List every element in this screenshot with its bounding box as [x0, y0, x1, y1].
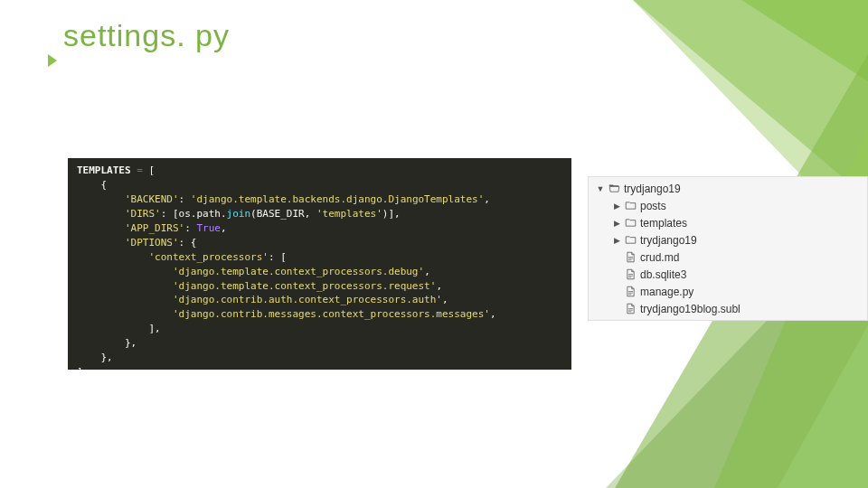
- file-icon: [624, 251, 637, 264]
- tree-arrow-icon: [612, 270, 621, 279]
- file-icon: [624, 303, 637, 315]
- folder-open-icon: [608, 183, 620, 195]
- code-variable: TEMPLATES: [77, 164, 131, 176]
- tree-item-templates[interactable]: templates: [589, 214, 867, 231]
- page-title: settings. py: [63, 18, 230, 53]
- tree-arrow-icon: [612, 253, 621, 262]
- tree-item-label: templates: [640, 217, 867, 230]
- tree-arrow-icon[interactable]: [612, 219, 621, 228]
- tree-arrow-icon[interactable]: [612, 236, 621, 245]
- title-arrow-icon: [48, 54, 61, 67]
- folder-closed-icon: [624, 200, 637, 212]
- tree-item-db-sqlite3[interactable]: db.sqlite3: [589, 266, 867, 283]
- tree-item-label: posts: [640, 200, 867, 212]
- tree-item-label: trydjango19blog.subl: [640, 303, 867, 315]
- tree-item-manage-py[interactable]: manage.py: [589, 283, 867, 300]
- tree-item-trydjango19blog-subl[interactable]: trydjango19blog.subl: [589, 300, 867, 317]
- tree-item-label: manage.py: [640, 286, 867, 298]
- tree-arrow-icon: [612, 287, 621, 296]
- tree-item-crud-md[interactable]: crud.md: [589, 249, 867, 266]
- folder-closed-icon: [624, 234, 637, 247]
- file-icon: [624, 286, 637, 298]
- file-tree-panel: trydjango19poststemplatestrydjango19crud…: [588, 176, 868, 321]
- tree-item-label: trydjango19: [624, 183, 867, 195]
- code-editor-snippet: TEMPLATES = [ { 'BACKEND': 'django.templ…: [68, 158, 571, 370]
- tree-item-posts[interactable]: posts: [589, 197, 867, 214]
- tree-arrow-icon: [612, 305, 621, 314]
- tree-arrow-icon[interactable]: [596, 184, 605, 193]
- folder-closed-icon: [624, 217, 637, 230]
- tree-item-label: trydjango19: [640, 234, 867, 247]
- tree-item-label: crud.md: [640, 251, 867, 264]
- tree-item-trydjango19[interactable]: trydjango19: [589, 180, 867, 197]
- file-icon: [624, 268, 637, 281]
- tree-arrow-icon[interactable]: [612, 202, 621, 211]
- tree-item-label: db.sqlite3: [640, 268, 867, 281]
- tree-item-trydjango19[interactable]: trydjango19: [589, 231, 867, 249]
